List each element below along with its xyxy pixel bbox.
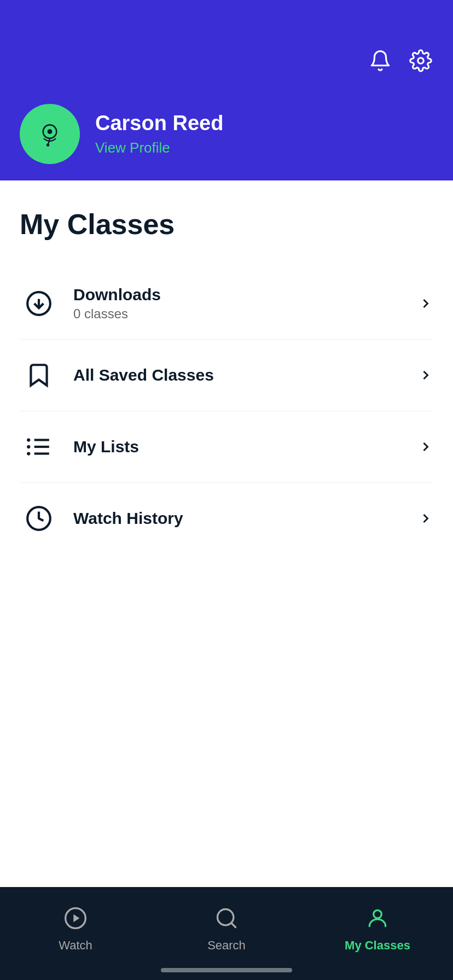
downloads-count: 0 classes (73, 306, 418, 322)
section-title: My Classes (20, 208, 433, 241)
avatar[interactable] (20, 104, 80, 164)
settings-button[interactable] (408, 48, 433, 73)
watch-history-chevron (418, 511, 433, 526)
notification-button[interactable] (368, 48, 393, 73)
svg-point-7 (47, 144, 49, 147)
nav-search[interactable]: Search (151, 898, 302, 953)
my-lists-label: My Lists (73, 438, 418, 456)
menu-list: Downloads 0 classes All Saved Classes (20, 268, 433, 554)
downloads-chevron (418, 296, 433, 311)
person-icon (363, 903, 392, 933)
svg-marker-18 (73, 914, 79, 923)
nav-search-label: Search (207, 938, 246, 953)
view-profile-link[interactable]: View Profile (95, 139, 223, 156)
user-avatar-icon (31, 115, 69, 153)
main-content: My Classes Downloads 0 classes (0, 180, 453, 887)
downloads-text: Downloads 0 classes (73, 285, 418, 322)
downloads-label: Downloads (73, 285, 418, 304)
clock-icon (20, 499, 58, 538)
bookmark-icon (20, 356, 58, 394)
nav-watch-label: Watch (59, 938, 92, 953)
svg-point-4 (418, 58, 424, 64)
saved-classes-menu-item[interactable]: All Saved Classes (20, 340, 433, 411)
svg-point-6 (48, 129, 53, 134)
saved-classes-label: All Saved Classes (73, 366, 418, 384)
watch-history-text: Watch History (73, 509, 418, 528)
watch-history-menu-item[interactable]: Watch History (20, 483, 433, 554)
my-lists-chevron (418, 439, 433, 454)
saved-classes-text: All Saved Classes (73, 366, 418, 384)
bottom-nav: Watch Search My Classes (0, 887, 453, 980)
svg-point-15 (27, 452, 30, 455)
header: Carson Reed View Profile (0, 0, 453, 180)
nav-watch[interactable]: Watch (0, 898, 151, 953)
my-lists-menu-item[interactable]: My Lists (20, 411, 433, 483)
svg-line-20 (231, 923, 236, 928)
list-icon (20, 428, 58, 466)
profile-section: Carson Reed View Profile (20, 104, 223, 164)
watch-history-label: Watch History (73, 509, 418, 528)
download-icon (20, 284, 58, 323)
play-icon (61, 903, 90, 933)
svg-point-13 (27, 438, 30, 441)
profile-name: Carson Reed (95, 112, 223, 135)
svg-point-14 (27, 445, 30, 448)
home-indicator (161, 968, 292, 972)
my-lists-text: My Lists (73, 438, 418, 456)
search-icon (212, 903, 241, 933)
svg-point-21 (374, 910, 382, 918)
nav-my-classes-label: My Classes (345, 938, 410, 953)
nav-my-classes[interactable]: My Classes (302, 898, 453, 953)
profile-info: Carson Reed View Profile (95, 112, 223, 156)
header-actions (368, 48, 433, 73)
saved-classes-chevron (418, 368, 433, 383)
downloads-menu-item[interactable]: Downloads 0 classes (20, 268, 433, 340)
